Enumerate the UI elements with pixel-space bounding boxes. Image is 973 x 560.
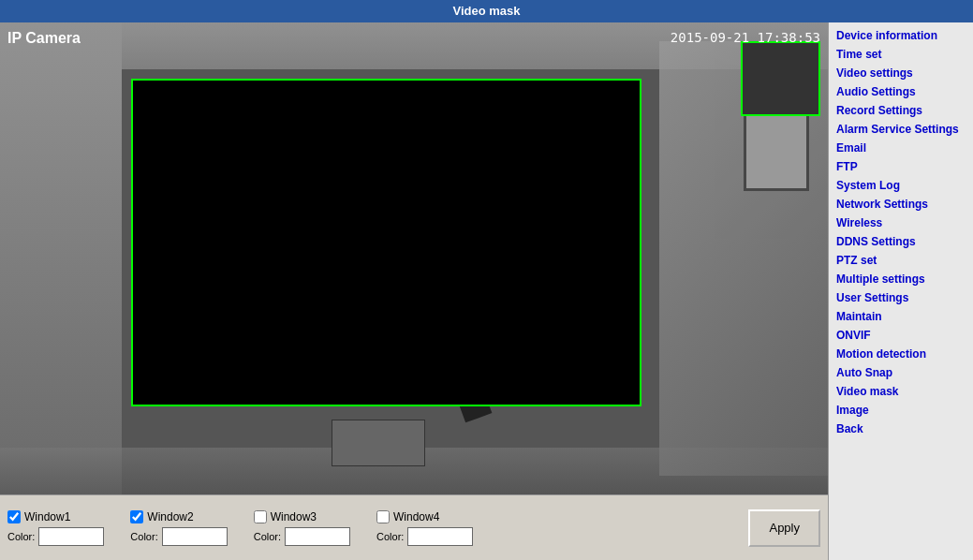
sidebar-item-email[interactable]: Email: [829, 139, 973, 157]
sidebar-item-video-mask[interactable]: Video mask: [829, 382, 973, 401]
window3-color-label: Color:: [254, 531, 281, 542]
window1-color-input[interactable]: 000000: [38, 527, 104, 546]
ip-camera-label: IP Camera: [7, 30, 81, 47]
window2-label: Window2: [147, 510, 193, 523]
window2-color-row: Color: 000000: [130, 527, 227, 546]
camera-section: IP Camera 2015-09-21 17:38:53 Window1: [0, 22, 828, 560]
window3-color-row: Color: 000000: [254, 527, 350, 546]
window4-color-row: Color: 000000: [376, 527, 473, 546]
sidebar-item-motion-detection[interactable]: Motion detection: [829, 345, 973, 363]
video-area: IP Camera 2015-09-21 17:38:53: [0, 22, 828, 494]
window2-top: Window2: [130, 510, 227, 523]
window4-control: Window4 Color: 000000: [376, 510, 473, 546]
sidebar-item-maintain[interactable]: Maintain: [829, 307, 973, 326]
timestamp: 2015-09-21 17:38:53: [671, 30, 820, 45]
window4-color-label: Color:: [376, 531, 404, 542]
title-text: Video mask: [452, 4, 520, 18]
controls-bar: Window1 Color: 000000 Window2: [0, 494, 828, 560]
window2-color-label: Color:: [130, 531, 157, 542]
controls-wrapper: Window1 Color: 000000 Window2: [7, 509, 820, 547]
sidebar-item-wireless[interactable]: Wireless: [829, 214, 973, 232]
sidebar-item-ptz-set[interactable]: PTZ set: [829, 251, 973, 270]
window1-checkbox[interactable]: [7, 510, 21, 523]
window1-color-row: Color: 000000: [7, 527, 104, 546]
window4-color-input[interactable]: 000000: [407, 527, 473, 546]
title-bar: Video mask: [0, 0, 973, 22]
window-controls-group: Window1 Color: 000000 Window2: [7, 510, 748, 546]
sidebar-item-onvif[interactable]: ONVIF: [829, 326, 973, 345]
sidebar-item-audio-settings[interactable]: Audio Settings: [829, 82, 973, 101]
sidebar-item-multiple-settings[interactable]: Multiple settings: [829, 270, 973, 288]
sidebar-item-alarm-service-settings[interactable]: Alarm Service Settings: [829, 120, 973, 139]
window3-control: Window3 Color: 000000: [254, 510, 350, 546]
sidebar-item-auto-snap[interactable]: Auto Snap: [829, 363, 973, 382]
sidebar: Device informationTime setVideo settings…: [828, 22, 973, 560]
window2-color-input[interactable]: 000000: [162, 527, 228, 546]
sidebar-item-time-set[interactable]: Time set: [829, 45, 973, 64]
window4-top: Window4: [376, 510, 473, 523]
sidebar-item-back[interactable]: Back: [829, 420, 973, 438]
window3-label: Window3: [271, 510, 317, 523]
main-layout: IP Camera 2015-09-21 17:38:53 Window1: [0, 22, 973, 560]
sidebar-item-ftp[interactable]: FTP: [829, 157, 973, 176]
sidebar-item-video-settings[interactable]: Video settings: [829, 64, 973, 82]
window4-label: Window4: [393, 510, 439, 523]
window1-color-label: Color:: [7, 531, 35, 542]
sidebar-item-device-information[interactable]: Device information: [829, 26, 973, 45]
bg-box: [332, 420, 425, 466]
window1-top: Window1: [7, 510, 104, 523]
sidebar-item-ddns-settings[interactable]: DDNS Settings: [829, 232, 973, 251]
window2-checkbox[interactable]: [130, 510, 143, 523]
window1-control: Window1 Color: 000000: [7, 510, 104, 546]
sidebar-item-network-settings[interactable]: Network Settings: [829, 195, 973, 214]
apply-button[interactable]: Apply: [748, 509, 820, 547]
window3-color-input[interactable]: 000000: [285, 527, 350, 546]
bg-wall: [0, 22, 122, 494]
window1-label: Window1: [24, 510, 70, 523]
window3-top: Window3: [254, 510, 350, 523]
mask-window-2[interactable]: [741, 41, 820, 116]
sidebar-item-record-settings[interactable]: Record Settings: [829, 101, 973, 120]
sidebar-item-user-settings[interactable]: User Settings: [829, 288, 973, 307]
window3-checkbox[interactable]: [254, 510, 267, 523]
mask-window-1[interactable]: [131, 79, 641, 406]
window2-control: Window2 Color: 000000: [130, 510, 227, 546]
window4-checkbox[interactable]: [376, 510, 390, 523]
sidebar-item-image[interactable]: Image: [829, 401, 973, 420]
sidebar-item-system-log[interactable]: System Log: [829, 176, 973, 195]
